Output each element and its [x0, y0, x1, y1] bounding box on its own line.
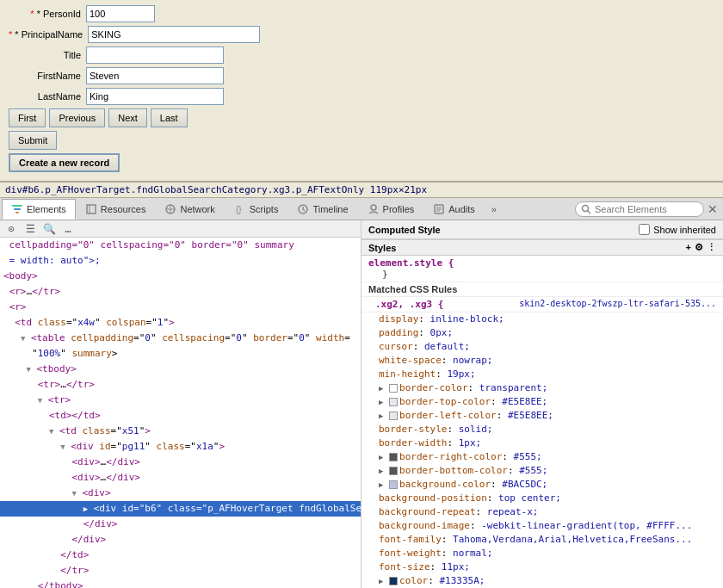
tab-audits[interactable]: Audits [423, 199, 485, 220]
triangle-right[interactable]: ▶ [379, 467, 383, 475]
show-inherited-checkbox[interactable] [639, 224, 650, 235]
triangle-right[interactable]: ▶ [379, 480, 383, 489]
tab-resources[interactable]: Resources [76, 199, 156, 220]
list-icon[interactable]: ☰ [22, 222, 38, 236]
tab-scripts[interactable]: {} Scripts [225, 199, 288, 220]
triangle-right[interactable]: ▶ [379, 412, 383, 420]
close-devtools-button[interactable]: ✕ [704, 202, 721, 216]
prop-name: background-color [399, 479, 491, 490]
submit-button[interactable]: Submit [9, 131, 57, 150]
more-icon[interactable]: … [60, 222, 76, 236]
person-id-input[interactable] [86, 5, 155, 22]
computed-style-header: Computed Style Show inherited [362, 220, 723, 239]
html-line: <td></td> [0, 408, 361, 424]
firstname-input[interactable] [86, 67, 224, 84]
tab-more[interactable]: » [485, 201, 504, 217]
tab-elements-label: Elements [27, 204, 66, 214]
person-id-label: * PersonId [9, 9, 86, 19]
prop-name: font-family [379, 534, 442, 545]
css-prop-row: ▶ color: #13335A; [362, 574, 723, 588]
triangle-right[interactable]: ▶ [379, 453, 383, 461]
add-style-icon[interactable]: + [686, 242, 691, 253]
profiles-icon [368, 203, 380, 215]
scripts-icon: {} [234, 203, 246, 215]
css-prop-row: ▶ border-bottom-color: #555; [362, 464, 723, 478]
css-prop-row: background-image: -webkit-linear-gradien… [362, 519, 723, 533]
prop-value: repeat-x; [487, 506, 539, 517]
html-line: <div> [0, 486, 361, 501]
create-button-row: Create a new record [9, 153, 714, 172]
css-prop-row: border-style: solid; [362, 423, 723, 436]
tab-network[interactable]: Network [155, 199, 224, 220]
lastname-row: LastName [9, 88, 714, 105]
prop-name: white-space [379, 355, 442, 366]
html-line: </div> [0, 532, 361, 548]
css-prop-row: ▶ border-left-color: #E5E8EE; [362, 409, 723, 423]
principal-name-row: * PrincipalName [9, 26, 714, 43]
timeline-icon [297, 203, 309, 215]
breadcrumb-text: div#b6.p_AFHoverTarget.fndGlobalSearchCa… [5, 184, 427, 195]
principal-name-input[interactable] [88, 26, 260, 43]
form-area: * PersonId * PrincipalName Title FirstNa… [0, 0, 723, 182]
prop-value: #555; [514, 451, 542, 462]
tab-elements[interactable]: Elements [2, 199, 76, 220]
html-line: </td> [0, 548, 361, 563]
devtools-tab-bar: Elements Resources Network {} Scripts [0, 198, 723, 220]
previous-button[interactable]: Previous [49, 108, 105, 127]
css-prop-row: white-space: nowrap; [362, 354, 723, 368]
search-small-icon[interactable]: 🔍 [41, 222, 57, 236]
html-line: <table cellpadding="0" cellspacing="0" b… [0, 331, 361, 346]
css-prop-row: ▶ background-color: #BAC5DC; [362, 478, 723, 492]
prop-name: font-size [379, 561, 430, 573]
title-input[interactable] [86, 46, 224, 64]
tab-timeline[interactable]: Timeline [287, 199, 357, 220]
first-button[interactable]: First [9, 108, 46, 127]
css-prop-row: ▶ border-right-color: #555; [362, 450, 723, 464]
tab-profiles[interactable]: Profiles [358, 199, 424, 220]
principal-name-label: * PrincipalName [9, 29, 88, 40]
next-button[interactable]: Next [108, 108, 147, 127]
prop-name: background-position [379, 492, 487, 504]
css-prop-row: ▶ border-top-color: #E5E8EE; [362, 395, 723, 409]
prop-value: normal; [453, 548, 492, 559]
firstname-row: FirstName [9, 67, 714, 84]
prop-name: border-style [379, 424, 447, 435]
element-style-selector: element.style { [368, 257, 716, 269]
triangle-right[interactable]: ▶ [379, 577, 383, 585]
html-line: <div>…</div> [0, 455, 361, 470]
svg-line-18 [588, 210, 591, 214]
html-line-selected[interactable]: <div id="b6" class="p_AFHoverTarget fndG… [0, 501, 361, 517]
lastname-input[interactable] [86, 88, 224, 105]
triangle-right[interactable]: ▶ [379, 398, 383, 406]
gear-style-icon[interactable]: ⚙ [695, 242, 703, 253]
prop-value: Tahoma,Verdana,Arial,Helvetica,FreeSans.… [453, 534, 692, 545]
prop-name: min-height [379, 368, 436, 380]
html-line: <r> [0, 300, 361, 315]
html-line: = width: auto">; [0, 253, 361, 269]
html-line: </tbody> [0, 579, 361, 588]
prop-name: border-right-color [399, 451, 502, 462]
inspect-icon[interactable]: ⊙ [3, 222, 19, 236]
prop-value: 11px; [442, 561, 470, 573]
color-swatch [389, 480, 398, 489]
create-button[interactable]: Create a new record [9, 153, 120, 172]
tab-audits-label: Audits [448, 204, 475, 214]
html-line: <tbody> [0, 362, 361, 377]
prop-name: border-left-color [399, 410, 497, 421]
more-style-icon[interactable]: ⋮ [707, 242, 716, 253]
triangle-right[interactable]: ▶ [379, 384, 383, 393]
search-input[interactable] [595, 204, 698, 214]
svg-text:{}: {} [236, 205, 242, 214]
devtools-content: ⊙ ☰ 🔍 … cellpadding="0" cellspacing="0" … [0, 220, 723, 588]
prop-value: #E5E8EE; [508, 410, 553, 421]
last-button[interactable]: Last [151, 108, 188, 127]
svg-rect-0 [12, 205, 22, 207]
css-prop-row: border-width: 1px; [362, 436, 723, 450]
prop-value: 1px; [459, 437, 482, 449]
svg-point-12 [371, 205, 376, 210]
html-line: <td class="x4w" colspan="1"> [0, 315, 361, 331]
html-panel: ⊙ ☰ 🔍 … cellpadding="0" cellspacing="0" … [0, 220, 362, 588]
prop-name: background-repeat [379, 506, 476, 517]
html-line: <body> [0, 269, 361, 284]
html-toolbar: ⊙ ☰ 🔍 … [0, 220, 361, 238]
